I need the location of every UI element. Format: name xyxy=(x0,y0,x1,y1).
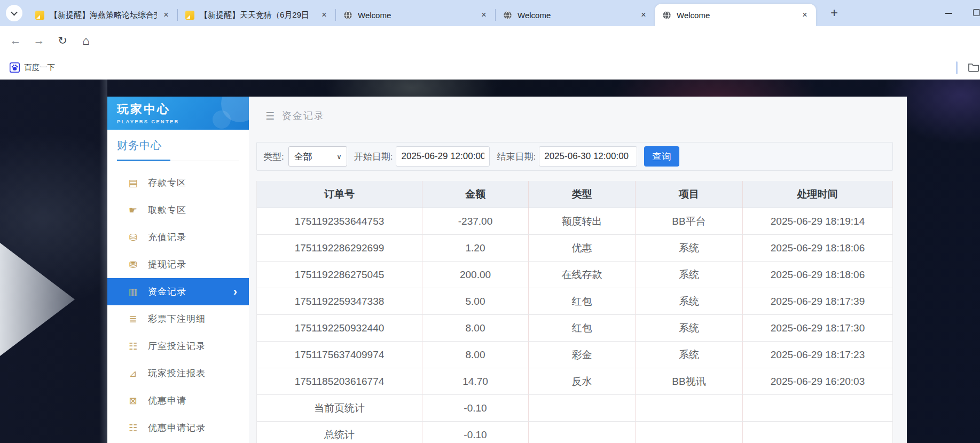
withdraw-hand-icon: ☛ xyxy=(127,204,139,216)
sidebar-item-lottery-detail[interactable]: ≣ 彩票下注明细 xyxy=(107,305,249,333)
cell-empty xyxy=(529,395,636,421)
bookmark-baidu[interactable]: 百度一下 xyxy=(6,60,58,75)
sidebar-item-label: 优惠申请记录 xyxy=(148,422,206,434)
cell-amount: 200.00 xyxy=(422,262,529,288)
cell-type: 优惠 xyxy=(529,235,636,261)
window-maximize-button[interactable] xyxy=(973,9,980,16)
chevron-right-icon: › xyxy=(233,286,237,298)
cell-project: 系统 xyxy=(636,315,743,341)
tab-strip: 【新提醒】海燕策略论坛综合交 × 【新提醒】天天竞猜（6月29日 × Welco… xyxy=(0,0,980,26)
sidebar-item-label: 取款专区 xyxy=(148,204,186,216)
cell-project: BB视讯 xyxy=(636,368,743,394)
globe-favicon xyxy=(343,11,352,20)
cell-order-no: 1751192286275045 xyxy=(257,262,422,288)
cell-amount: -237.00 xyxy=(422,208,529,234)
cell-project: 系统 xyxy=(636,262,743,288)
sidebar-item-withdraw[interactable]: ☛ 取款专区 xyxy=(107,196,249,224)
back-button[interactable]: ← xyxy=(5,26,26,55)
main-panel: ☰ 资金记录 类型: 全部 ∨ 开始日期: 结束日期: 查询 订单号 金额 类型… xyxy=(249,97,907,443)
other-bookmarks-folder-icon[interactable] xyxy=(968,62,979,73)
main-header: ☰ 资金记录 xyxy=(249,97,907,135)
filter-bar: 类型: 全部 ∨ 开始日期: 结束日期: 查询 xyxy=(256,142,893,171)
tab-close-icon[interactable]: × xyxy=(160,10,172,20)
reload-button[interactable]: ↻ xyxy=(52,26,73,55)
browser-tab-4[interactable]: Welcome × xyxy=(496,4,655,26)
sidebar-item-label: 存款专区 xyxy=(148,177,186,189)
cell-grand-total-amount: -0.10 xyxy=(422,422,529,443)
deposit-card-icon: ▤ xyxy=(127,177,139,189)
tab-close-icon[interactable]: × xyxy=(638,10,649,20)
end-date-input[interactable] xyxy=(539,146,637,167)
cell-project: 系统 xyxy=(636,342,743,368)
cell-empty xyxy=(636,395,743,421)
table-row: 1751175637409974 8.00 彩金 系统 2025-06-29 1… xyxy=(257,342,892,368)
tab-close-icon[interactable]: × xyxy=(318,10,330,20)
tab-close-icon[interactable]: × xyxy=(478,10,490,20)
forum-favicon xyxy=(185,11,194,20)
table-header-row: 订单号 金额 类型 项目 处理时间 xyxy=(257,181,892,208)
cell-amount: 8.00 xyxy=(422,315,529,341)
bookmarks-separator xyxy=(956,61,958,74)
tab-search-button[interactable] xyxy=(6,5,22,21)
hall-bet-list-icon: ☷ xyxy=(127,341,139,352)
new-tab-button[interactable]: + xyxy=(827,6,842,21)
tab-title: 【新提醒】海燕策略论坛综合交 xyxy=(50,10,157,20)
finance-center-label: 财务中心 xyxy=(117,138,239,153)
col-header-order-no: 订单号 xyxy=(257,181,422,208)
sidebar-item-label: 资金记录 xyxy=(148,286,186,298)
search-button[interactable]: 查询 xyxy=(644,146,679,167)
tab-close-icon[interactable]: × xyxy=(799,10,811,20)
cell-empty xyxy=(743,395,892,421)
home-button[interactable]: ⌂ xyxy=(76,26,96,55)
cell-type: 彩金 xyxy=(529,342,636,368)
hamburger-icon[interactable]: ☰ xyxy=(265,110,275,122)
browser-tab-5-active[interactable]: Welcome × xyxy=(655,4,816,26)
type-label: 类型: xyxy=(263,151,284,163)
forum-favicon xyxy=(35,11,44,20)
globe-favicon xyxy=(503,11,512,20)
table-row-grand-total: 总统计 -0.10 xyxy=(257,422,892,443)
cell-amount: 5.00 xyxy=(422,288,529,314)
sidebar-item-promo-apply[interactable]: ⊠ 优惠申请 xyxy=(107,387,249,414)
sidebar-item-recharge-record[interactable]: ⛁ 充值记录 xyxy=(107,224,249,251)
cell-time: 2025-06-29 18:17:39 xyxy=(743,288,892,314)
lottery-detail-icon: ≣ xyxy=(127,313,139,325)
background-streak xyxy=(99,80,107,443)
forward-button[interactable]: → xyxy=(29,26,49,55)
start-date-input[interactable] xyxy=(396,146,490,167)
cell-type: 在线存款 xyxy=(529,262,636,288)
baidu-paw-icon xyxy=(10,62,20,73)
cell-project: BB平台 xyxy=(636,208,743,234)
chevron-down-icon xyxy=(11,9,18,16)
cell-grand-total-label: 总统计 xyxy=(257,422,422,443)
browser-tab-1[interactable]: 【新提醒】海燕策略论坛综合交 × xyxy=(28,4,177,26)
funds-notes-icon: ▥ xyxy=(127,286,139,298)
browser-tab-2[interactable]: 【新提醒】天天竞猜（6月29日 × xyxy=(178,4,335,26)
sidebar-item-hall-bet-record[interactable]: ☷ 厅室投注记录 xyxy=(107,333,249,360)
sidebar-section: 财务中心 xyxy=(107,130,249,161)
cell-time: 2025-06-29 18:19:14 xyxy=(743,208,892,234)
tab-title: Welcome xyxy=(358,11,475,20)
start-date-label: 开始日期: xyxy=(354,151,393,163)
cell-amount: 8.00 xyxy=(422,342,529,368)
type-select[interactable]: 全部 ∨ xyxy=(288,146,347,167)
sidebar-item-funds-record[interactable]: ▥ 资金记录 › xyxy=(107,278,249,305)
globe-favicon xyxy=(662,11,671,20)
browser-tab-3[interactable]: Welcome × xyxy=(336,4,495,26)
players-center-title: 玩家中心 xyxy=(117,101,249,117)
end-date-label: 结束日期: xyxy=(497,151,536,163)
table-row: 1751192353644753 -237.00 额度转出 BB平台 2025-… xyxy=(257,208,892,235)
page-background: 玩家中心 PLAYERS CENTER 财务中心 ▤ 存款专区 ☛ 取款专区 ⛁… xyxy=(0,80,980,443)
sidebar-item-label: 提现记录 xyxy=(148,258,186,271)
sidebar-item-deposit[interactable]: ▤ 存款专区 xyxy=(107,169,249,196)
window-minimize-button[interactable] xyxy=(945,13,952,14)
cell-empty xyxy=(636,422,743,443)
table-row-page-total: 当前页统计 -0.10 xyxy=(257,395,892,422)
sidebar-item-promo-record[interactable]: ☷ 优惠申请记录 xyxy=(107,414,249,441)
select-caret-icon: ∨ xyxy=(336,153,342,161)
cell-empty xyxy=(743,422,892,443)
recharge-coins-icon: ⛁ xyxy=(127,232,139,243)
sidebar-item-bet-report[interactable]: ⊿ 玩家投注报表 xyxy=(107,360,249,387)
sidebar-item-withdraw-record[interactable]: ⛃ 提现记录 xyxy=(107,251,249,278)
cell-project: 系统 xyxy=(636,288,743,314)
